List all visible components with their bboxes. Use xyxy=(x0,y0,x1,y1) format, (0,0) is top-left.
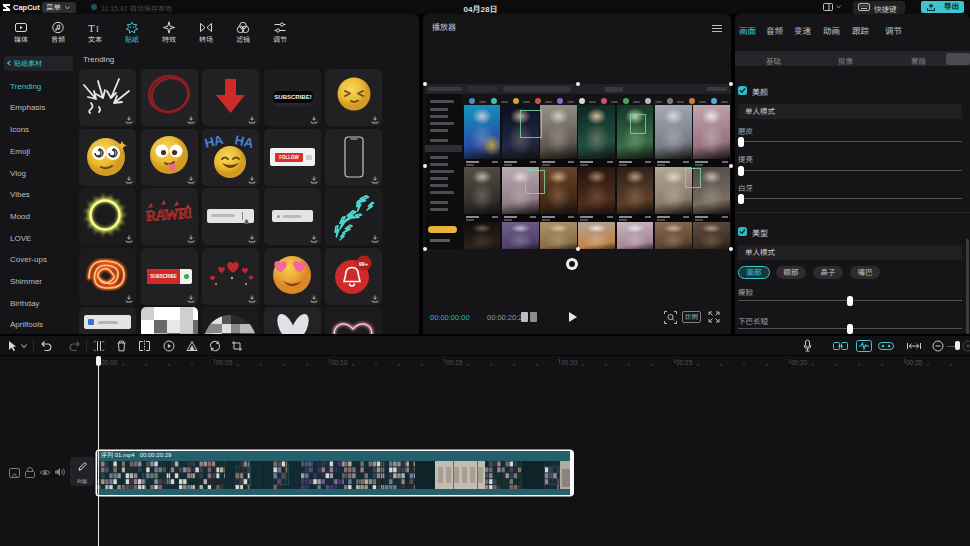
svg-text:RAWR!: RAWR! xyxy=(145,205,192,224)
svg-text:T: T xyxy=(88,22,95,34)
svg-text:I: I xyxy=(96,25,99,34)
svg-text:99+: 99+ xyxy=(359,261,368,267)
svg-text:HA: HA xyxy=(203,132,225,151)
